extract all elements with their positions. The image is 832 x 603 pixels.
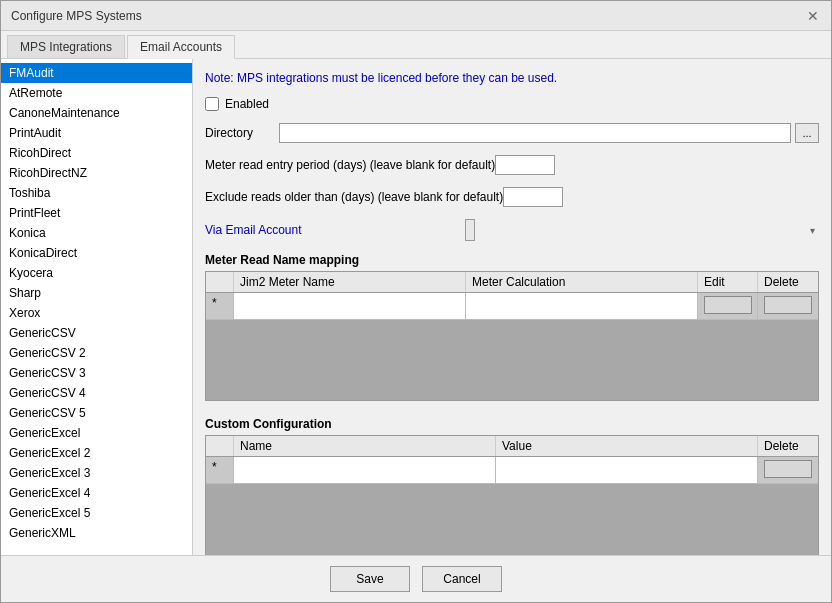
meter-row-jim2name[interactable]: [234, 293, 466, 319]
tab-email-accounts[interactable]: Email Accounts: [127, 35, 235, 59]
sidebar-item-konicadirect[interactable]: KonicaDirect: [1, 243, 192, 263]
sidebar-item-genericexcel[interactable]: GenericExcel: [1, 423, 192, 443]
custom-col-star: [206, 436, 234, 456]
sidebar: FMAudit AtRemote CanoneMaintenance Print…: [1, 59, 193, 555]
meter-read-section: Meter Read Name mapping Jim2 Meter Name …: [205, 253, 819, 409]
custom-row-star: *: [206, 457, 234, 483]
meter-row-metercalc[interactable]: [466, 293, 698, 319]
custom-config-section: Custom Configuration Name Value Delete *: [205, 417, 819, 555]
custom-grid-body: [206, 484, 818, 555]
meter-col-delete: Delete: [758, 272, 818, 292]
sidebar-item-ricohdirect[interactable]: RicohDirect: [1, 143, 192, 163]
meter-row-edit-cell: [698, 293, 758, 319]
enabled-label: Enabled: [225, 97, 269, 111]
sidebar-item-xerox[interactable]: Xerox: [1, 303, 192, 323]
enabled-row: Enabled: [205, 97, 819, 111]
meter-period-row: Meter read entry period (days) (leave bl…: [205, 155, 819, 175]
sidebar-item-printfleet[interactable]: PrintFleet: [1, 203, 192, 223]
note-text: Note: MPS integrations must be licenced …: [205, 71, 819, 85]
custom-grid-row: *: [206, 457, 818, 484]
exclude-reads-label: Exclude reads older than (days) (leave b…: [205, 190, 503, 204]
custom-col-value: Value: [496, 436, 758, 456]
meter-period-label: Meter read entry period (days) (leave bl…: [205, 158, 495, 172]
cancel-button[interactable]: Cancel: [422, 566, 502, 592]
custom-row-delete-cell: [758, 457, 818, 483]
directory-label: Directory: [205, 126, 275, 140]
custom-delete-button[interactable]: [764, 460, 812, 478]
close-button[interactable]: ✕: [805, 8, 821, 24]
exclude-reads-input[interactable]: [503, 187, 563, 207]
email-dropdown[interactable]: [465, 219, 475, 241]
sidebar-item-fmaaudit[interactable]: FMAudit: [1, 63, 192, 83]
custom-row-name[interactable]: [234, 457, 496, 483]
meter-read-title: Meter Read Name mapping: [205, 253, 819, 267]
title-bar: Configure MPS Systems ✕: [1, 1, 831, 31]
sidebar-item-genericexcel4[interactable]: GenericExcel 4: [1, 483, 192, 503]
main-window: Configure MPS Systems ✕ MPS Integrations…: [0, 0, 832, 603]
custom-row-value[interactable]: [496, 457, 758, 483]
sidebar-item-canonemaintenance[interactable]: CanoneMaintenance: [1, 103, 192, 123]
main-panel: Note: MPS integrations must be licenced …: [193, 59, 831, 555]
window-title: Configure MPS Systems: [11, 9, 142, 23]
custom-col-delete: Delete: [758, 436, 818, 456]
enabled-checkbox[interactable]: [205, 97, 219, 111]
meter-col-star: [206, 272, 234, 292]
sidebar-item-kyocera[interactable]: Kyocera: [1, 263, 192, 283]
directory-input[interactable]: [279, 123, 791, 143]
meter-row-delete-cell: [758, 293, 818, 319]
meter-col-metercalc: Meter Calculation: [466, 272, 698, 292]
sidebar-item-genericcsv4[interactable]: GenericCSV 4: [1, 383, 192, 403]
meter-col-edit: Edit: [698, 272, 758, 292]
browse-button[interactable]: ...: [795, 123, 819, 143]
meter-delete-button[interactable]: [764, 296, 812, 314]
via-email-label: Via Email Account: [205, 223, 465, 237]
save-button[interactable]: Save: [330, 566, 410, 592]
tab-mps-integrations[interactable]: MPS Integrations: [7, 35, 125, 58]
meter-grid-header: Jim2 Meter Name Meter Calculation Edit D…: [206, 272, 818, 293]
bottom-bar: Save Cancel: [1, 555, 831, 602]
sidebar-item-genericexcel3[interactable]: GenericExcel 3: [1, 463, 192, 483]
sidebar-item-toshiba[interactable]: Toshiba: [1, 183, 192, 203]
meter-row-star: *: [206, 293, 234, 319]
sidebar-item-ricohdirectnz[interactable]: RicohDirectNZ: [1, 163, 192, 183]
sidebar-item-genericexcel2[interactable]: GenericExcel 2: [1, 443, 192, 463]
meter-col-jim2name: Jim2 Meter Name: [234, 272, 466, 292]
sidebar-item-atremote[interactable]: AtRemote: [1, 83, 192, 103]
custom-grid: Name Value Delete *: [205, 435, 819, 555]
exclude-reads-row: Exclude reads older than (days) (leave b…: [205, 187, 819, 207]
meter-grid: Jim2 Meter Name Meter Calculation Edit D…: [205, 271, 819, 401]
sidebar-item-genericcsv5[interactable]: GenericCSV 5: [1, 403, 192, 423]
sidebar-item-genericcsv[interactable]: GenericCSV: [1, 323, 192, 343]
sidebar-item-sharp[interactable]: Sharp: [1, 283, 192, 303]
email-dropdown-wrapper: ▾: [465, 219, 819, 241]
sidebar-item-genericexcel5[interactable]: GenericExcel 5: [1, 503, 192, 523]
sidebar-item-konica[interactable]: Konica: [1, 223, 192, 243]
custom-grid-header: Name Value Delete: [206, 436, 818, 457]
sidebar-item-genericcsv3[interactable]: GenericCSV 3: [1, 363, 192, 383]
content-area: FMAudit AtRemote CanoneMaintenance Print…: [1, 59, 831, 555]
sidebar-item-genericcsv2[interactable]: GenericCSV 2: [1, 343, 192, 363]
directory-row: Directory ...: [205, 123, 819, 143]
sidebar-item-printaudit[interactable]: PrintAudit: [1, 123, 192, 143]
custom-config-title: Custom Configuration: [205, 417, 819, 431]
tab-bar: MPS Integrations Email Accounts: [1, 31, 831, 59]
dropdown-arrow-icon: ▾: [810, 225, 815, 236]
custom-col-name: Name: [234, 436, 496, 456]
meter-grid-row: *: [206, 293, 818, 320]
meter-grid-body: [206, 320, 818, 400]
sidebar-item-genericxml[interactable]: GenericXML: [1, 523, 192, 543]
meter-edit-button[interactable]: [704, 296, 752, 314]
meter-period-input[interactable]: [495, 155, 555, 175]
email-account-row: Via Email Account ▾: [205, 219, 819, 241]
